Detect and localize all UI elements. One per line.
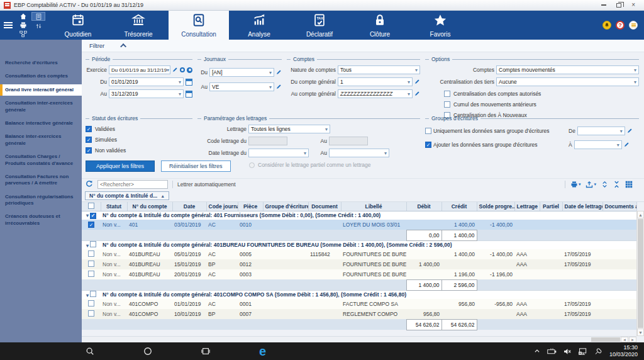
expand-all-icon[interactable] [601,181,608,188]
group-row[interactable]: ▾N° du compte & Intitulé du compte génér… [82,290,636,299]
edit-icon[interactable] [276,84,282,91]
edit-icon[interactable] [172,67,178,74]
sidebar-item[interactable]: Créances douteuses et irrécouvrables [0,211,82,229]
sidebar-item[interactable]: Consultation inter-exercices générale [0,98,82,116]
edge-icon[interactable]: e [259,345,266,357]
column-header[interactable]: Crédit [441,202,477,211]
scroll-down-icon[interactable]: ▼ [637,329,644,336]
table-row[interactable]: Non v...401BUREAU05/01/2019AC00051115842… [82,249,636,259]
remote-connection-icon[interactable] [594,347,602,355]
column-header[interactable]: Documents associés [602,202,636,211]
compte-from-select[interactable]: 1▾ [338,77,413,86]
sidebar-item[interactable]: Consultation des comptes [0,70,82,82]
tab-quotidien[interactable]: Quotidien [48,11,108,40]
calendar-icon[interactable] [186,79,192,86]
notifications-icon[interactable] [602,21,611,30]
groupe-to-select[interactable]: ▾ [574,140,622,149]
collapse-filter-icon[interactable] [120,43,126,50]
collapse-group-icon[interactable]: ▾ [86,293,89,298]
sidebar-item[interactable]: Balance inter-exercices générale [0,131,82,149]
close-button[interactable]: × [631,2,635,8]
edit-icon[interactable] [624,142,630,149]
collapse-group-icon[interactable]: ▾ [86,243,89,249]
settings-icon[interactable] [187,67,192,73]
column-header[interactable]: Solde progre... [477,202,514,211]
minimize-button[interactable] [601,4,606,6]
sidebar-item[interactable]: Consultation Charges / Produits constaté… [0,151,82,169]
column-header[interactable]: Débit [406,202,441,211]
lettrage-select[interactable]: Toutes les lignes▾ [248,125,330,133]
group-checkbox[interactable] [90,291,96,297]
network-icon[interactable] [579,348,587,355]
help-icon[interactable]: ? [616,21,625,30]
column-header[interactable]: Lettrage [514,202,540,211]
print-icon[interactable] [16,21,30,29]
scroll-up-icon[interactable]: ▲ [637,211,644,218]
sidebar-item[interactable]: Balance interactive générale [0,118,82,129]
compte-to-select[interactable]: ZZZZZZZZZZZZZZZZ▾ [338,89,413,98]
tab-analyse[interactable]: Analyse [229,11,289,40]
cortana-icon[interactable] [143,347,152,356]
row-checkbox[interactable] [88,271,94,277]
volume-muted-icon[interactable] [564,348,572,355]
journal-to-select[interactable]: VE▾ [209,82,274,91]
home-icon[interactable] [16,12,30,20]
manage-exercice-icon[interactable] [180,67,185,72]
groupe-from-select[interactable]: ▾ [577,127,625,135]
vertical-scrollbar[interactable]: ▲ ▼ [636,211,644,336]
group-row[interactable]: ▾✓N° du compte & Intitulé du compte géné… [82,211,636,220]
select-all-checkbox[interactable] [88,203,94,209]
tab-declaratif[interactable]: TAXDéclaratif [289,11,350,40]
tab-favoris[interactable]: Favoris [410,11,470,40]
row-checkbox[interactable]: ✓ [88,222,94,228]
date-lettrage-from-select[interactable]: ▾ [248,149,309,157]
column-header[interactable]: Statut [101,202,127,211]
columns-grid-icon[interactable] [625,181,633,188]
nature-select[interactable]: Tous▾ [338,65,420,74]
statut-checkbox[interactable]: ✓ [86,147,92,154]
hscroll-thumb[interactable] [591,337,620,342]
column-header[interactable]: Code journal [206,202,238,211]
hscroll-left-icon[interactable]: ◂ [621,337,628,342]
statut-checkbox[interactable]: ✓ [86,137,92,143]
column-header[interactable]: Date de lettrage [562,202,602,211]
hscroll-right-icon[interactable]: ▸ [629,337,636,342]
workflow-icon[interactable] [16,30,30,38]
option-checkbox[interactable] [444,91,450,97]
column-header[interactable]: Partiel [540,202,562,211]
battery-icon[interactable] [547,348,557,354]
row-checkbox[interactable] [88,261,94,267]
tab-consultation[interactable]: Consultation [169,11,229,40]
horizontal-scrollbar[interactable]: ◂ ▸ [82,336,636,342]
collapse-all-icon[interactable] [613,181,620,188]
reset-filters-button[interactable]: Réinitialiser les filtres [161,160,231,172]
centralisation-select[interactable]: Aucune▾ [496,77,639,86]
row-checkbox[interactable] [88,310,94,317]
column-header[interactable]: Libellé [341,202,406,211]
date-from-select[interactable]: 01/01/2019▾ [109,77,184,86]
edit-icon[interactable] [414,91,420,98]
refresh-icon[interactable] [86,179,93,190]
scroll-thumb[interactable] [638,219,643,328]
calendar-icon[interactable] [186,91,192,98]
table-row[interactable]: Non v...401COMPO01/01/2019AC0001FACTURE … [82,299,636,309]
table-row[interactable]: Non v...401COMPO10/01/2019BP0007REGLEMEN… [82,309,636,319]
group-checkbox[interactable]: ✓ [90,213,96,219]
sidebar-item[interactable]: Grand livre interactif général [0,84,82,96]
account-icon[interactable] [629,21,638,30]
uniquement-checkbox[interactable] [425,128,431,134]
row-checkbox[interactable] [88,300,94,307]
collapse-group-icon[interactable]: ▾ [86,213,89,218]
sidebar-item[interactable]: Consultation régularisations périodiques [0,191,82,210]
select-all-header[interactable] [82,202,101,211]
sort-icon[interactable] [31,21,45,30]
column-header[interactable]: Date [172,202,206,211]
date-lettrage-to-select[interactable]: ▾ [329,149,389,157]
sidebar-item[interactable]: Recherche d'écritures [0,57,82,69]
apply-filters-button[interactable]: Appliquer les filtres [86,160,155,172]
sidebar-item[interactable]: Consultation Factures non parvenues / A … [0,171,82,189]
journal-from-select[interactable]: [AN]▾ [209,68,274,77]
tray-chevron-icon[interactable] [534,348,540,354]
group-by-chip[interactable]: N° du compte & Intitulé d...▲ [85,191,169,200]
row-checkbox[interactable] [88,250,94,257]
